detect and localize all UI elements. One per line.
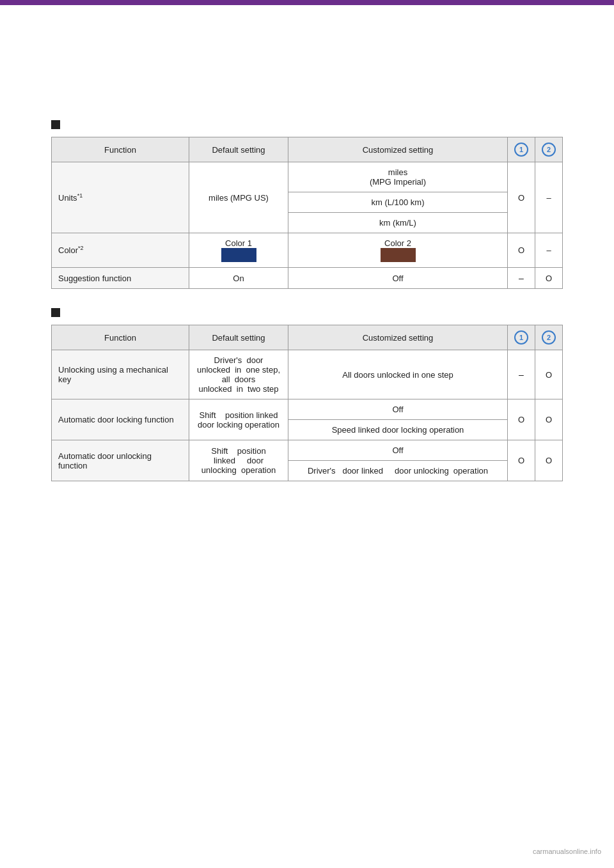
color-col2: – bbox=[535, 233, 563, 268]
page-container: Function Default setting Customized sett… bbox=[0, 0, 614, 868]
table-row: Suggestion function On Off – O bbox=[52, 268, 563, 289]
suggestion-col1: – bbox=[508, 268, 535, 289]
color2-swatch bbox=[381, 248, 416, 262]
auto-unlock-default: Shift position linked door unlocking ope… bbox=[189, 440, 288, 481]
table2-header-customized: Customized setting bbox=[288, 325, 508, 350]
auto-lock-customized-1: Off bbox=[288, 399, 508, 420]
table1-header-customized: Customized setting bbox=[288, 137, 508, 162]
badge2: 2 bbox=[542, 143, 556, 157]
watermark: carmanualsonline.info bbox=[533, 848, 601, 855]
color-col1: O bbox=[508, 233, 535, 268]
table2-header-row: Function Default setting Customized sett… bbox=[52, 325, 563, 350]
section1-header bbox=[51, 120, 563, 129]
table-row: Units*1 miles (MPG US) miles(MPG Imperia… bbox=[52, 162, 563, 192]
table2: Function Default setting Customized sett… bbox=[51, 325, 563, 481]
auto-lock-customized-2: Speed linked door locking operation bbox=[288, 420, 508, 440]
badge2-t2: 2 bbox=[542, 330, 556, 345]
section2-marker bbox=[51, 308, 60, 317]
units-function: Units*1 bbox=[52, 162, 189, 233]
table-row: Automatic door unlocking function Shift … bbox=[52, 440, 563, 461]
auto-unlock-customized-1: Off bbox=[288, 440, 508, 461]
color-customized: Color 2 bbox=[288, 233, 508, 268]
auto-lock-default: Shift position linked door locking opera… bbox=[189, 399, 288, 440]
unlock-mechanical-customized: All doors unlocked in one step bbox=[288, 350, 508, 399]
top-spacer bbox=[51, 24, 563, 101]
color1-swatch bbox=[221, 248, 256, 262]
table1-header-badge1: 1 bbox=[508, 137, 535, 162]
unlock-mechanical-col1: – bbox=[508, 350, 535, 399]
table1: Function Default setting Customized sett… bbox=[51, 137, 563, 289]
suggestion-customized: Off bbox=[288, 268, 508, 289]
units-default: miles (MPG US) bbox=[189, 162, 288, 233]
table1-header-badge2: 2 bbox=[535, 137, 563, 162]
auto-lock-function: Automatic door locking function bbox=[52, 399, 189, 440]
suggestion-col2: O bbox=[535, 268, 563, 289]
units-col1: O bbox=[508, 162, 535, 233]
units-customized-2: km (L/100 km) bbox=[288, 192, 508, 213]
suggestion-default: On bbox=[189, 268, 288, 289]
unlock-mechanical-col2: O bbox=[535, 350, 563, 399]
table1-header-row: Function Default setting Customized sett… bbox=[52, 137, 563, 162]
top-bar bbox=[0, 0, 614, 5]
badge1: 1 bbox=[514, 143, 528, 157]
auto-lock-col1: O bbox=[508, 399, 535, 440]
table1-header-default: Default setting bbox=[189, 137, 288, 162]
table2-header-default: Default setting bbox=[189, 325, 288, 350]
table-row: Color*2 Color 1 Color 2 O – bbox=[52, 233, 563, 268]
content-area: Function Default setting Customized sett… bbox=[0, 24, 614, 526]
table2-header-badge2: 2 bbox=[535, 325, 563, 350]
units-customized-3: km (km/L) bbox=[288, 213, 508, 233]
suggestion-function: Suggestion function bbox=[52, 268, 189, 289]
unlock-mechanical-default: Driver's door unlocked in one step, all … bbox=[189, 350, 288, 399]
auto-unlock-function: Automatic door unlocking function bbox=[52, 440, 189, 481]
section1-marker bbox=[51, 120, 60, 129]
table-row: Unlocking using a mechanical key Driver'… bbox=[52, 350, 563, 399]
auto-lock-col2: O bbox=[535, 399, 563, 440]
badge1-t2: 1 bbox=[514, 330, 528, 345]
color-function: Color*2 bbox=[52, 233, 189, 268]
table2-header-badge1: 1 bbox=[508, 325, 535, 350]
auto-unlock-customized-2: Driver's door linked door unlocking oper… bbox=[288, 461, 508, 481]
table1-header-function: Function bbox=[52, 137, 189, 162]
table-row: Automatic door locking function Shift po… bbox=[52, 399, 563, 420]
auto-unlock-col2: O bbox=[535, 440, 563, 481]
units-customized-1: miles(MPG Imperial) bbox=[288, 162, 508, 192]
units-col2: – bbox=[535, 162, 563, 233]
table2-header-function: Function bbox=[52, 325, 189, 350]
unlock-mechanical-function: Unlocking using a mechanical key bbox=[52, 350, 189, 399]
color-default: Color 1 bbox=[189, 233, 288, 268]
auto-unlock-col1: O bbox=[508, 440, 535, 481]
section2-header bbox=[51, 308, 563, 317]
